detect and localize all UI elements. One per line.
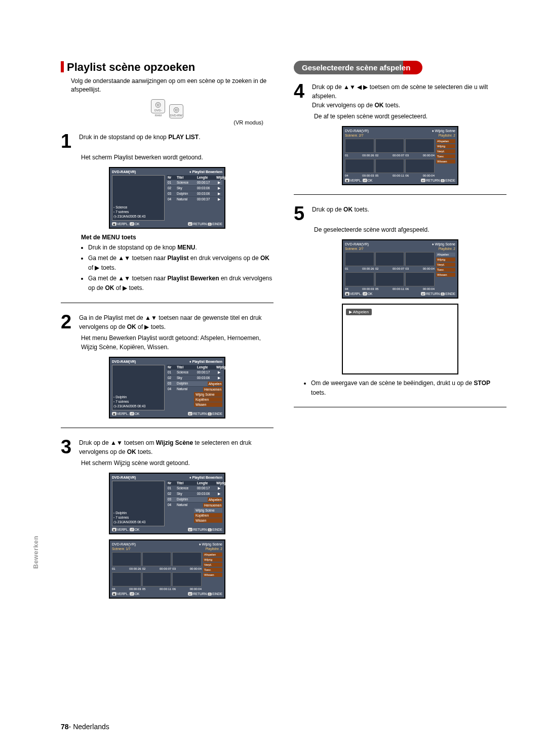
step-number: 5 (294, 204, 312, 223)
video-preview-box: ▶ Afspelen (342, 304, 458, 374)
step-desc: Het menu Bewerken Playlist wordt getoond… (81, 333, 274, 352)
right-column: Geselecteerde scène afspelen 4 Druk op d… (294, 61, 506, 604)
step-desc: Het scherm Playlist bewerken wordt getoo… (81, 153, 274, 162)
stop-note: Om de weergave van de scène te beëindige… (304, 379, 506, 398)
osd-playlist-2: DVD-RAM(VR)♦ Playlist Bewerken ▫ Dolphin… (109, 357, 225, 418)
separator (294, 407, 506, 407)
step-text: Druk op de ▲▼ toetsen om Wijzig Scène te… (79, 437, 274, 456)
separator (294, 194, 506, 195)
step-desc: Het scherm Wijzig scène wordt getoond. (81, 458, 274, 468)
step-number: 4 (294, 81, 312, 110)
red-accent-bar (61, 61, 64, 72)
dvd-ram-icon: DVD-RAM (151, 99, 165, 113)
disc-icons: DVD-RAM DVD-RW (61, 99, 274, 118)
step-number: 3 (61, 437, 79, 456)
page-footer: 78- Nederlands (61, 723, 109, 731)
step-2: 2 Ga in de Playlist met de ▲▼ toetsen na… (61, 312, 274, 331)
section-title: Playlist scène opzoeken (61, 61, 274, 74)
step-text: Druk op de OK toets. (312, 204, 506, 223)
step-desc: De af te spelen scène wordt geselecteerd… (314, 112, 506, 121)
osd-scene-2: DVD-RAM(VR)♦ Wijzig Scène Scènenr. 2/7Pl… (342, 126, 458, 185)
menu-bullets: Druk in de stopstand op de knop MENU. Ga… (81, 243, 274, 293)
osd-playlist-3: DVD-RAM(VR)♦ Playlist Bewerken ▫ Dolphin… (109, 473, 225, 534)
step-number: 1 (61, 132, 79, 151)
play-indicator: ▶ Afspelen (346, 309, 372, 315)
subsection-heading: Geselecteerde scène afspelen (294, 61, 506, 74)
separator (61, 303, 274, 303)
step-5: 5 Druk op de OK toets. (294, 204, 506, 223)
step-3: 3 Druk op de ▲▼ toetsen om Wijzig Scène … (61, 437, 274, 456)
intro-text: Volg de onderstaande aanwijzingen op om … (71, 77, 274, 94)
osd-scene-1: DVD-RAM(VR)♦ Wijzig Scène Scènenr. 1/7Pl… (109, 539, 225, 599)
dvd-rw-icon: DVD-RW (169, 104, 183, 118)
side-tab: Bewerken (32, 536, 40, 569)
step-number: 2 (61, 312, 79, 331)
step-4: 4 Druk op de ▲▼ ◀ ▶ toetsen om de scène … (294, 81, 506, 110)
osd-playlist-1: DVD-RAM(VR)♦ Playlist Bewerken ▫ Science… (109, 167, 225, 229)
separator (61, 428, 274, 428)
step-text: Ga in de Playlist met de ▲▼ toetsen naar… (79, 312, 274, 331)
vr-modus-label: (VR modus) (61, 119, 263, 125)
step-1: 1 Druk in de stopstand op de knop PLAY L… (61, 132, 274, 151)
osd-scene-3: DVD-RAM(VR)♦ Wijzig Scène Scènenr. 2/7Pl… (342, 239, 458, 299)
step-text: Druk op de ▲▼ ◀ ▶ toetsen om de scène te… (312, 81, 506, 110)
step-text: Druk in de stopstand op de knop PLAY LIS… (79, 132, 274, 151)
menu-subheading: Met de MENU toets (81, 234, 274, 241)
left-column: Playlist scène opzoeken Volg de ondersta… (61, 61, 274, 604)
step-desc: De geselecteerde scène wordt afgespeeld. (314, 225, 506, 234)
